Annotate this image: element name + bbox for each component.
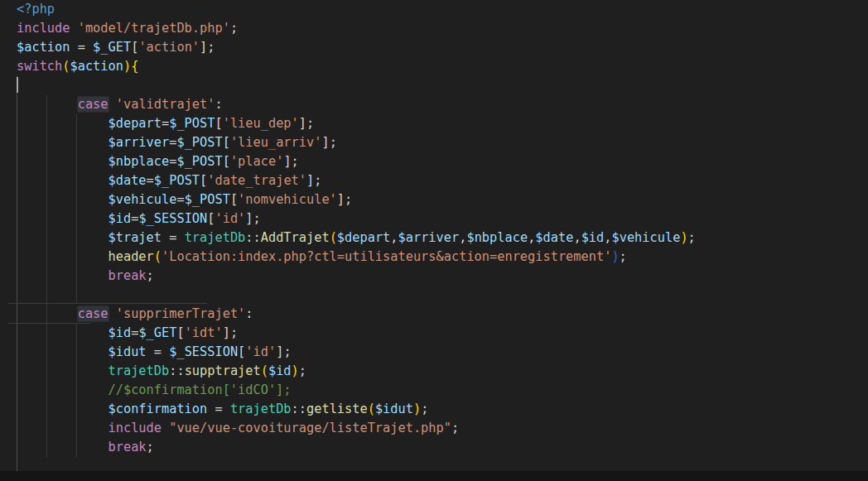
code-token[interactable]: ; bbox=[688, 230, 696, 245]
code-token[interactable]: :: bbox=[292, 402, 306, 416]
code-token[interactable]: $date bbox=[108, 173, 147, 188]
code-line[interactable]: $arriver=$_POST['lieu_arriv']; bbox=[17, 133, 696, 152]
code-token[interactable]: = bbox=[207, 402, 230, 416]
code-token[interactable]: AddTrajet bbox=[261, 230, 330, 245]
code-token[interactable]: ]; bbox=[337, 192, 352, 207]
code-token[interactable]: "vue/vue-covoiturage/listeTrajet.php" bbox=[169, 421, 451, 435]
code-token[interactable]: header bbox=[108, 249, 154, 264]
code-line[interactable]: $id=$_SESSION['id']; bbox=[17, 209, 696, 228]
code-token[interactable]: $nbplace bbox=[466, 230, 528, 245]
code-line[interactable]: $date=$_POST['date_trajet']; bbox=[17, 171, 696, 190]
code-line[interactable]: $vehicule=$_POST['nomvehicule']; bbox=[17, 190, 696, 209]
code-line[interactable]: $idut = $_SESSION['id']; bbox=[17, 343, 696, 362]
code-token[interactable]: ( bbox=[154, 249, 162, 264]
code-token[interactable]: $idut bbox=[375, 402, 413, 416]
code-token[interactable]: [ bbox=[230, 192, 238, 207]
php-code-editor[interactable]: <?phpinclude 'model/trajetDb.php';$actio… bbox=[0, 0, 868, 481]
code-line[interactable]: $trajet = trajetDb::AddTrajet($depart,$a… bbox=[17, 228, 696, 248]
code-token[interactable] bbox=[17, 97, 78, 112]
code-token[interactable]: ]; bbox=[276, 344, 291, 359]
code-token[interactable]: 'id' bbox=[245, 344, 276, 359]
code-token[interactable]: $action bbox=[17, 40, 70, 55]
code-line[interactable]: break; bbox=[17, 267, 696, 286]
code-token[interactable]: ( bbox=[330, 230, 337, 245]
code-token[interactable]: , bbox=[390, 230, 398, 245]
code-token[interactable]: ; bbox=[620, 249, 627, 264]
code-token[interactable]: $_SESSION bbox=[169, 344, 238, 359]
code-token[interactable]: = bbox=[147, 173, 154, 188]
code-token[interactable]: ]; bbox=[200, 40, 215, 55]
code-token[interactable] bbox=[17, 116, 108, 131]
code-token[interactable]: $date bbox=[535, 230, 573, 245]
code-token[interactable]: ; bbox=[147, 268, 154, 283]
code-token[interactable]: = bbox=[162, 230, 185, 245]
code-token[interactable]: include bbox=[17, 21, 70, 36]
code-token[interactable]: : bbox=[215, 97, 222, 112]
comment-token[interactable]: //$confirmation['idCO']; bbox=[108, 382, 292, 397]
code-token[interactable] bbox=[17, 230, 108, 245]
code-token[interactable]: $depart bbox=[108, 116, 162, 131]
code-token[interactable]: 'place' bbox=[230, 154, 283, 169]
code-token[interactable]: 'validtrajet' bbox=[116, 97, 215, 112]
code-token[interactable]: , bbox=[573, 230, 581, 245]
code-token[interactable]: 'model/trajetDb.php' bbox=[78, 21, 230, 36]
code-token[interactable] bbox=[108, 97, 116, 112]
code-token[interactable]: ]; bbox=[245, 211, 260, 226]
code-line[interactable] bbox=[17, 76, 696, 95]
code-token[interactable]: ; bbox=[421, 402, 428, 416]
code-token[interactable]: ){ bbox=[123, 59, 138, 74]
code-line[interactable]: <?php bbox=[17, 0, 696, 19]
code-line[interactable]: $depart=$_POST['lieu_dep']; bbox=[17, 114, 696, 133]
code-token[interactable]: $_POST bbox=[185, 192, 230, 207]
code-token[interactable]: 'idt' bbox=[185, 325, 223, 340]
code-token[interactable]: $id bbox=[108, 211, 132, 226]
code-line[interactable]: $action = $_GET['action']; bbox=[17, 38, 696, 57]
code-token[interactable]: :: bbox=[169, 363, 184, 378]
code-token[interactable]: ]; bbox=[321, 135, 336, 150]
code-line[interactable]: break; bbox=[17, 438, 696, 457]
code-token[interactable]: ( bbox=[261, 363, 268, 378]
code-token[interactable]: $_POST bbox=[154, 173, 200, 188]
code-token[interactable] bbox=[17, 402, 108, 416]
code-token[interactable]: 'lieu_dep' bbox=[223, 116, 299, 131]
code-token[interactable]: ; bbox=[451, 421, 459, 435]
code-token[interactable]: [ bbox=[215, 116, 222, 131]
code-token[interactable]: 'id' bbox=[215, 211, 245, 226]
code-token[interactable]: [ bbox=[176, 325, 184, 340]
code-token[interactable]: 'lieu_arriv' bbox=[230, 135, 322, 150]
code-token[interactable]: = bbox=[131, 325, 138, 340]
code-token[interactable]: case bbox=[78, 97, 108, 112]
code-token[interactable]: $id bbox=[108, 325, 132, 340]
code-token[interactable] bbox=[162, 421, 169, 435]
code-token[interactable]: [ bbox=[238, 344, 245, 359]
code-token[interactable]: $action bbox=[70, 59, 123, 74]
code-line[interactable]: include 'model/trajetDb.php'; bbox=[17, 19, 696, 38]
code-token[interactable]: ) bbox=[292, 363, 299, 378]
code-token[interactable]: = bbox=[176, 192, 184, 207]
code-token[interactable]: $_POST bbox=[176, 135, 222, 150]
code-token[interactable] bbox=[17, 154, 108, 169]
code-token[interactable]: = bbox=[147, 344, 170, 359]
code-line[interactable]: $nbplace=$_POST['place']; bbox=[17, 152, 696, 171]
code-token[interactable]: 'nomvehicule' bbox=[238, 192, 337, 207]
code-token[interactable]: $vehicule bbox=[611, 230, 680, 245]
code-token[interactable]: break bbox=[108, 268, 147, 283]
code-token[interactable]: ]; bbox=[283, 154, 298, 169]
code-line[interactable] bbox=[17, 286, 696, 305]
code-token[interactable]: $id bbox=[581, 230, 605, 245]
code-token[interactable]: ) bbox=[611, 249, 619, 264]
code-token[interactable]: break bbox=[108, 440, 147, 455]
code-token[interactable]: , bbox=[528, 230, 535, 245]
code-token[interactable] bbox=[17, 421, 108, 435]
code-token[interactable] bbox=[17, 325, 108, 340]
code-token[interactable]: ) bbox=[413, 402, 421, 416]
code-token[interactable] bbox=[17, 363, 108, 378]
code-token[interactable]: = bbox=[162, 116, 169, 131]
code-token[interactable] bbox=[108, 306, 116, 321]
code-token[interactable]: case bbox=[78, 306, 108, 321]
code-token[interactable]: ; bbox=[230, 21, 238, 36]
code-token[interactable]: = bbox=[70, 40, 93, 55]
code-token[interactable] bbox=[17, 268, 108, 283]
code-token[interactable]: [ bbox=[223, 135, 230, 150]
code-line[interactable]: header('Location:index.php?ctl=utilisate… bbox=[17, 248, 696, 267]
